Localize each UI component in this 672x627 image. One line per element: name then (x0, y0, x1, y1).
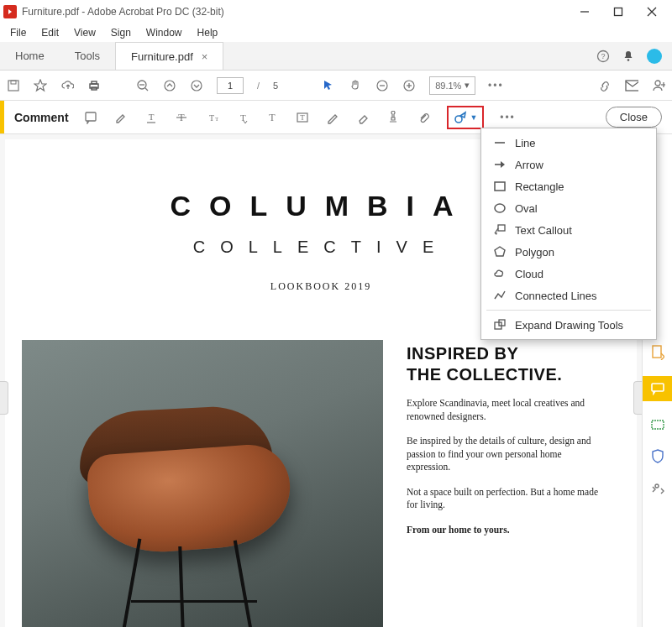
svg-text:T: T (148, 112, 154, 122)
svg-text:T: T (300, 113, 305, 122)
menu-item-label: Cloud (515, 268, 543, 280)
user-avatar[interactable] (647, 49, 662, 64)
zoom-select[interactable]: 89.1%▾ (429, 76, 475, 95)
cloud-icon (493, 267, 507, 280)
menu-file[interactable]: File (3, 25, 33, 40)
scan-ocr-icon[interactable] (649, 416, 666, 433)
left-panel-toggle[interactable] (0, 381, 8, 415)
svg-rect-44 (495, 182, 505, 191)
eraser-icon[interactable] (356, 111, 370, 124)
minimize-button[interactable] (568, 0, 601, 24)
paragraph-2: Be inspired by the details of culture, d… (407, 435, 600, 474)
hand-tool-icon[interactable] (349, 79, 362, 92)
print-icon[interactable] (87, 79, 101, 92)
add-user-icon[interactable] (652, 79, 665, 92)
comment-tool-icon[interactable] (643, 376, 673, 401)
chevron-down-icon: ▼ (470, 113, 478, 122)
menu-item-text-callout[interactable]: Text Callout (481, 219, 656, 241)
pencil-icon[interactable] (326, 111, 339, 124)
text-column: INSPIRED BY THE COLLECTIVE. Explore Scan… (407, 340, 620, 627)
title-bar: Furniture.pdf - Adobe Acrobat Pro DC (32… (0, 0, 672, 24)
main-toolbar: 1 / 5 89.1%▾ ••• (0, 71, 672, 101)
tab-close-icon[interactable]: × (202, 50, 208, 63)
help-icon[interactable]: ? (596, 50, 610, 63)
maximize-button[interactable] (601, 0, 635, 24)
menu-item-oval[interactable]: Oval (481, 197, 656, 219)
menu-item-connected-lines[interactable]: Connected Lines (481, 285, 656, 306)
tab-document[interactable]: Furniture.pdf × (115, 42, 223, 70)
tab-bar: Home Tools Furniture.pdf × ? (0, 42, 672, 71)
svg-rect-1 (615, 8, 622, 16)
svg-marker-9 (34, 80, 46, 91)
svg-point-17 (192, 81, 202, 91)
oval-icon (493, 201, 507, 215)
close-window-button[interactable] (635, 0, 669, 24)
app-icon (3, 5, 17, 18)
svg-point-38 (455, 116, 462, 123)
tab-tools[interactable]: Tools (60, 42, 115, 70)
export-pdf-icon[interactable] (649, 344, 666, 361)
add-text-icon[interactable]: T (265, 111, 279, 124)
email-icon[interactable] (625, 79, 638, 92)
highlight-icon[interactable] (114, 111, 128, 124)
menu-item-polygon[interactable]: Polygon (481, 241, 656, 263)
menu-window[interactable]: Window (139, 25, 189, 40)
cloud-upload-icon[interactable] (60, 79, 74, 92)
svg-rect-11 (92, 81, 97, 84)
page-up-icon[interactable] (163, 79, 176, 92)
page-sep: / (257, 81, 260, 91)
svg-rect-27 (86, 112, 96, 121)
replace-text-icon[interactable]: TT (205, 111, 218, 124)
zoom-minus-icon[interactable] (375, 79, 389, 92)
svg-line-15 (145, 88, 148, 91)
stamp-icon[interactable] (386, 111, 400, 124)
svg-text:T: T (209, 113, 214, 123)
window-title: Furniture.pdf - Adobe Acrobat Pro DC (32… (22, 6, 568, 18)
attachment-icon[interactable] (417, 111, 430, 124)
menu-help[interactable]: Help (191, 25, 225, 40)
more-icon[interactable]: ••• (501, 111, 514, 124)
menu-item-line[interactable]: Line (481, 132, 656, 154)
tab-document-label: Furniture.pdf (131, 50, 193, 63)
menu-item-label: Connected Lines (515, 290, 597, 302)
menu-view[interactable]: View (67, 25, 102, 40)
section-heading-1: INSPIRED BY (407, 343, 620, 364)
drawing-tools-button[interactable]: ▼ (447, 106, 485, 129)
selection-tool-icon[interactable] (322, 79, 335, 92)
menu-sign[interactable]: Sign (104, 25, 138, 40)
menu-item-arrow[interactable]: Arrow (481, 154, 656, 175)
insert-text-icon[interactable]: T (235, 111, 249, 124)
strikethrough-icon[interactable]: T (175, 111, 188, 124)
paragraph-3: Not a space built on perfection. But a h… (407, 486, 600, 512)
arrow-icon (493, 158, 507, 171)
zoom-out-icon[interactable] (136, 79, 150, 92)
menu-edit[interactable]: Edit (34, 25, 66, 40)
svg-point-6 (627, 59, 630, 61)
svg-rect-40 (652, 384, 664, 391)
zoom-plus-icon[interactable] (402, 79, 416, 92)
text-box-icon[interactable]: T (296, 111, 309, 124)
close-button[interactable]: Close (606, 107, 662, 128)
right-panel-toggle[interactable] (633, 381, 642, 415)
menu-item-rectangle[interactable]: Rectangle (481, 175, 656, 197)
menu-item-cloud[interactable]: Cloud (481, 263, 656, 285)
underline-text-icon[interactable]: T (144, 111, 158, 124)
save-icon[interactable] (7, 79, 20, 92)
protect-icon[interactable] (649, 448, 666, 465)
more-tools-sidebar-icon[interactable] (649, 480, 666, 497)
sticky-note-icon[interactable] (84, 111, 97, 124)
bell-icon[interactable] (622, 50, 635, 63)
page-down-icon[interactable] (190, 79, 203, 92)
tab-home[interactable]: Home (0, 42, 60, 70)
menu-item-expand[interactable]: Expand Drawing Tools (481, 314, 656, 336)
paragraph-1: Explore Scandinavia, meet local creative… (407, 397, 600, 423)
svg-point-16 (165, 81, 175, 91)
more-tools-icon[interactable]: ••• (489, 79, 502, 92)
page-number-input[interactable]: 1 (217, 77, 244, 94)
star-icon[interactable] (34, 79, 47, 92)
svg-text:T: T (215, 116, 218, 123)
svg-text:T: T (240, 112, 246, 123)
zoom-value: 89.1% (435, 81, 461, 91)
share-link-icon[interactable] (598, 79, 612, 92)
comment-label: Comment (4, 111, 79, 124)
